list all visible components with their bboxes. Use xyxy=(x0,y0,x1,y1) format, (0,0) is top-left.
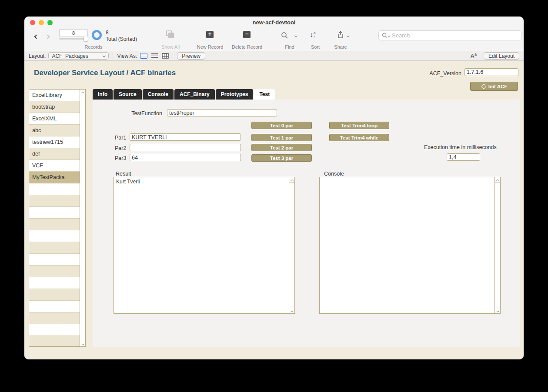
divider xyxy=(113,53,113,59)
divider xyxy=(173,53,173,59)
list-item[interactable]: bootstrap xyxy=(29,101,80,113)
layout-label: Layout: xyxy=(29,53,46,59)
scroll-down-button[interactable] xyxy=(80,341,85,346)
result-scrollbar[interactable] xyxy=(289,177,294,313)
list-item[interactable]: ExcelXML xyxy=(29,113,80,125)
share-chevron-icon[interactable] xyxy=(347,34,350,37)
found-set-pie-icon[interactable] xyxy=(92,30,102,40)
scroll-up-button[interactable] xyxy=(289,177,294,183)
tab-console[interactable]: Console xyxy=(143,89,174,100)
tab-test[interactable]: Test xyxy=(254,89,275,100)
acf-version-field[interactable] xyxy=(464,68,518,76)
total-caption: Total (Sorted) xyxy=(106,36,137,42)
execution-time-field[interactable] xyxy=(447,153,480,161)
par2-label: Par2 xyxy=(115,145,126,151)
find-chevron-icon[interactable] xyxy=(294,34,297,37)
view-as-label: View As: xyxy=(117,53,137,59)
tab-prototypes[interactable]: Prototypes xyxy=(216,89,254,100)
par2-field[interactable] xyxy=(130,144,241,151)
par3-field[interactable] xyxy=(130,154,241,161)
list-item-empty xyxy=(29,266,80,277)
test-trim4-loop-button[interactable]: Test Trim4 loop xyxy=(329,122,389,129)
layout-content: Developer Service Layout / ACF binaries … xyxy=(24,61,524,359)
console-label: Console xyxy=(324,171,344,177)
scroll-down-button[interactable] xyxy=(495,308,500,313)
search-input[interactable] xyxy=(392,31,518,40)
new-record-button[interactable]: New Record xyxy=(194,44,226,50)
view-list-icon[interactable] xyxy=(151,53,158,58)
layout-selector[interactable]: ACF_Packages xyxy=(48,52,109,60)
list-item-empty xyxy=(29,301,80,312)
delete-record-button[interactable]: Delete Record xyxy=(228,44,266,50)
tab-source[interactable]: Source xyxy=(114,89,142,100)
test-0-par-button[interactable]: Test 0 par xyxy=(251,122,312,129)
page-title: Developer Service Layout / ACF binaries xyxy=(34,69,176,77)
list-item-empty xyxy=(29,195,80,207)
tab-acf-binary[interactable]: ACF_Binary xyxy=(174,89,215,100)
list-item-empty xyxy=(29,219,80,230)
scroll-down-button[interactable] xyxy=(289,308,294,313)
share-button[interactable]: Share xyxy=(331,44,350,50)
list-item[interactable]: abc xyxy=(29,125,80,136)
list-item-empty xyxy=(29,312,80,324)
search-field xyxy=(378,30,522,40)
total-count: 8 xyxy=(106,30,109,36)
next-record-button[interactable] xyxy=(46,34,55,43)
previous-record-button[interactable] xyxy=(35,34,43,43)
edit-layout-button[interactable]: Edit Layout xyxy=(484,52,519,60)
scroll-up-button[interactable] xyxy=(495,177,500,183)
console-textarea[interactable] xyxy=(319,177,501,314)
chevron-down-icon xyxy=(103,54,106,57)
list-item-empty xyxy=(29,336,80,346)
new-record-icon[interactable]: + xyxy=(206,31,214,38)
search-icon[interactable] xyxy=(281,32,289,40)
preview-button[interactable]: Preview xyxy=(177,52,205,60)
list-item[interactable]: testnew1715 xyxy=(29,136,80,148)
console-text xyxy=(320,177,494,313)
list-item[interactable]: VCF xyxy=(29,160,80,172)
result-textarea[interactable]: Kurt Tverli xyxy=(114,177,295,314)
chevron-up-icon xyxy=(290,179,293,182)
sort-icon[interactable]: ↓ az xyxy=(310,31,315,38)
list-item-empty xyxy=(29,254,80,266)
list-item-empty xyxy=(29,183,80,195)
show-all-button[interactable]: Show All xyxy=(157,44,184,50)
tab-info[interactable]: Info xyxy=(93,89,113,100)
list-item-empty xyxy=(29,242,80,254)
layout-bar: Layout: ACF_Packages View As: Preview Aa… xyxy=(24,51,524,61)
view-table-icon[interactable] xyxy=(162,53,169,59)
show-all-icon xyxy=(166,30,175,39)
list-item[interactable]: ExcelLibrary xyxy=(29,90,80,101)
list-item[interactable]: def xyxy=(29,148,80,160)
text-formatting-icon[interactable]: Aa xyxy=(471,52,477,60)
chevron-up-icon xyxy=(496,179,499,182)
find-button[interactable]: Find xyxy=(280,44,299,50)
test-2-par-button[interactable]: Test 2 par xyxy=(251,144,312,151)
init-acf-button[interactable]: Init ACF xyxy=(470,82,518,91)
sort-button[interactable]: Sort xyxy=(306,44,325,50)
view-form-icon[interactable] xyxy=(140,53,147,59)
chevron-left-icon xyxy=(34,35,39,39)
record-slider-handle[interactable] xyxy=(84,36,88,42)
window-title: new-acf-devtool xyxy=(24,19,524,26)
test-1-par-button[interactable]: Test 1 par xyxy=(251,134,312,141)
par1-field[interactable] xyxy=(130,133,241,141)
test-function-label: TestFunction xyxy=(119,110,162,116)
delete-record-icon[interactable]: − xyxy=(243,31,251,38)
list-item-selected[interactable]: MyTestPacka xyxy=(29,172,80,183)
console-scrollbar[interactable] xyxy=(495,177,500,313)
test-3-par-button[interactable]: Test 3 par xyxy=(251,154,312,162)
share-icon[interactable] xyxy=(337,31,344,39)
refresh-icon xyxy=(481,84,486,89)
test-function-field[interactable] xyxy=(167,109,277,116)
chevron-down-icon xyxy=(290,309,293,312)
test-trim4-while-button[interactable]: Test Trim4 while xyxy=(329,134,389,141)
result-text: Kurt Tverli xyxy=(114,177,288,313)
list-scrollbar[interactable] xyxy=(80,90,85,346)
package-list: ExcelLibrary bootstrap ExcelXML abc test… xyxy=(29,89,86,347)
scroll-up-button[interactable] xyxy=(80,90,85,95)
records-label: Records xyxy=(80,44,107,50)
app-window: new-acf-devtool 8 Total (Sorted) Records… xyxy=(24,17,524,359)
titlebar: new-acf-devtool xyxy=(24,17,524,28)
chevron-down-icon xyxy=(496,309,499,312)
